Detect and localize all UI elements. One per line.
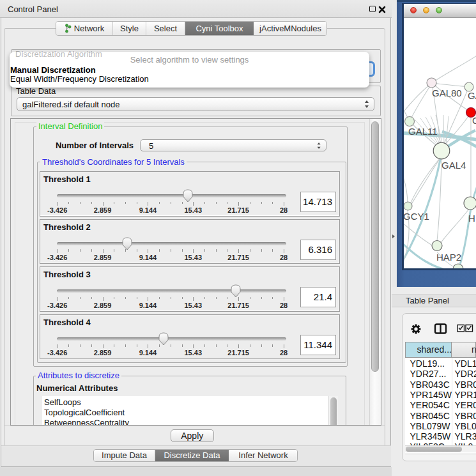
- svg-text:GA: GA: [468, 90, 476, 101]
- svg-text:GCY1: GCY1: [404, 211, 429, 222]
- svg-text:GAL11: GAL11: [408, 126, 438, 137]
- svg-text:GAL80: GAL80: [432, 88, 462, 98]
- svg-text:HAP2: HAP2: [436, 252, 461, 263]
- svg-text:GAL4: GAL4: [441, 160, 466, 171]
- svg-text:H: H: [468, 213, 475, 224]
- svg-text:G: G: [472, 115, 476, 126]
